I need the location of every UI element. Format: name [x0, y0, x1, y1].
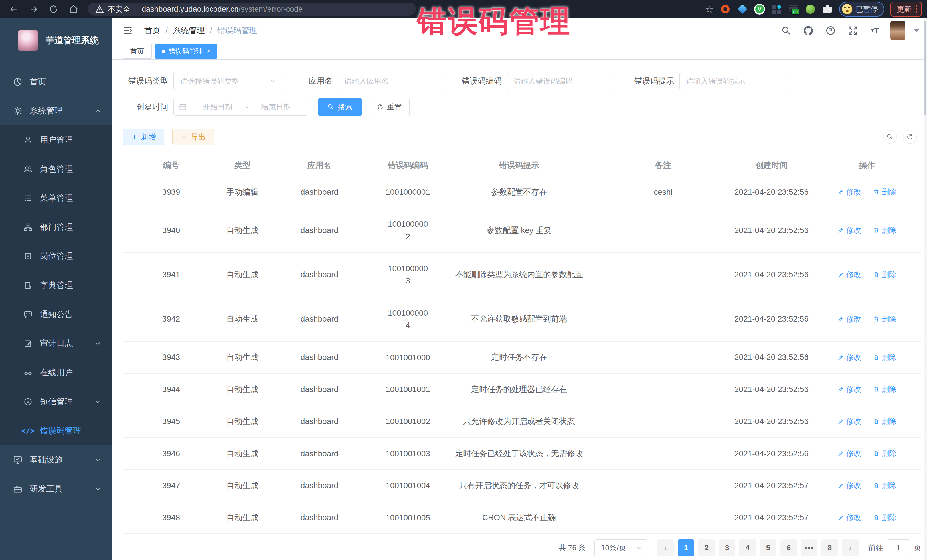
font-size-icon[interactable]: тT — [868, 24, 882, 37]
back-icon[interactable] — [8, 3, 20, 15]
page-button-4[interactable]: 4 — [739, 539, 756, 556]
sidebar-item-online-users[interactable]: 在线用户 — [0, 358, 112, 387]
forward-icon[interactable] — [27, 3, 40, 15]
delete-link[interactable]: 删除 — [873, 225, 897, 235]
delete-link[interactable]: 删除 — [873, 513, 897, 523]
sidebar-item-menus[interactable]: 菜单管理 — [0, 184, 112, 213]
filter-type-select[interactable] — [173, 72, 281, 90]
filter-app-input[interactable] — [338, 72, 442, 90]
breadcrumb-system[interactable]: 系统管理 — [173, 25, 205, 36]
page-button-1[interactable]: 1 — [678, 539, 694, 556]
delete-link[interactable]: 删除 — [873, 187, 897, 197]
sidebar-item-audit-log[interactable]: 审计日志 — [0, 329, 112, 358]
page-button-2[interactable]: 2 — [698, 539, 715, 556]
next-page-button[interactable]: › — [842, 539, 859, 556]
sidebar-item-error-codes[interactable]: </> 错误码管理 — [0, 416, 112, 445]
app-logo-row[interactable]: 芋道管理系统 — [0, 18, 112, 59]
sidebar-item-system[interactable]: 系统管理 — [0, 96, 112, 126]
tab-error-codes[interactable]: 错误码管理 × — [155, 44, 217, 59]
delete-link[interactable]: 删除 — [873, 480, 897, 490]
extension-icon-orange-ring[interactable] — [720, 4, 731, 15]
user-menu-caret-icon[interactable] — [914, 29, 919, 32]
system-submenu: 用户管理 角色管理 菜单管理 部门管理 — [0, 126, 112, 445]
sidebar-item-roles[interactable]: 角色管理 — [0, 155, 112, 184]
delete-link-label: 删除 — [881, 384, 897, 395]
scrollbar-thumb[interactable] — [924, 21, 926, 115]
cell-code: 1001001005 — [374, 502, 442, 533]
sidebar-item-departments[interactable]: 部门管理 — [0, 213, 112, 242]
search-button[interactable]: 搜索 — [318, 98, 362, 116]
sidebar-item-notices[interactable]: 通知公告 — [0, 300, 112, 329]
sidebar-item-dictionary[interactable]: 字典管理 — [0, 271, 112, 300]
cell-time: 2021-04-20 23:52:57 — [730, 470, 813, 502]
page-button-3[interactable]: 3 — [719, 539, 736, 556]
tab-home[interactable]: 首页 — [123, 44, 152, 59]
edit-link[interactable]: 修改 — [838, 314, 861, 324]
delete-link[interactable]: 删除 — [873, 270, 897, 280]
filter-msg-input[interactable] — [679, 72, 786, 90]
extension-icon-green-v[interactable]: V — [754, 4, 765, 15]
profile-paused-badge[interactable]: 已暂停 — [839, 2, 884, 17]
goto-page-input[interactable] — [887, 539, 910, 556]
sidebar-toggle-icon[interactable] — [123, 25, 133, 36]
delete-link[interactable]: 删除 — [873, 449, 897, 458]
page-size-select[interactable]: 10条/页 — [594, 539, 647, 556]
extension-icon-puzzle[interactable] — [822, 4, 833, 15]
bookmark-star-icon[interactable]: ☆ — [705, 4, 714, 14]
prev-page-button[interactable]: ‹ — [657, 539, 674, 556]
edit-link[interactable]: 修改 — [838, 449, 861, 458]
edit-link[interactable]: 修改 — [838, 384, 861, 395]
tab-close-icon[interactable]: × — [207, 48, 211, 55]
page-button-6[interactable]: 6 — [780, 539, 797, 556]
sidebar-item-posts[interactable]: 岗位管理 — [0, 242, 112, 271]
edit-link[interactable]: 修改 — [838, 416, 861, 426]
sidebar-item-dev-tools[interactable]: 研发工具 — [0, 475, 112, 504]
home-icon[interactable] — [67, 3, 80, 15]
page-scrollbar[interactable] — [924, 18, 927, 560]
user-avatar[interactable] — [891, 21, 905, 40]
breadcrumb-home[interactable]: 首页 — [144, 25, 160, 36]
export-button[interactable]: 导出 — [172, 129, 214, 145]
browser-menu-icon[interactable] — [916, 5, 917, 13]
edit-link[interactable]: 修改 — [838, 270, 861, 280]
browser-update-button[interactable]: 更新 — [891, 2, 922, 17]
page-ellipsis[interactable]: ••• — [801, 539, 818, 556]
edit-link[interactable]: 修改 — [838, 513, 861, 523]
edit-link[interactable]: 修改 — [838, 480, 861, 490]
address-bar[interactable]: 不安全 dashboard.yudao.iocoder.cn /system/e… — [88, 3, 416, 16]
delete-link[interactable]: 删除 — [873, 384, 897, 395]
security-label[interactable]: 不安全 — [108, 4, 130, 14]
fullscreen-icon[interactable] — [846, 24, 860, 37]
page-button-5[interactable]: 5 — [760, 539, 777, 556]
edit-link[interactable]: 修改 — [838, 352, 861, 363]
date-end-placeholder[interactable]: 结束日期 — [249, 102, 302, 112]
delete-link[interactable]: 删除 — [873, 314, 897, 324]
sidebar-item-infrastructure[interactable]: 基础设施 — [0, 445, 112, 475]
add-button[interactable]: 新增 — [123, 129, 164, 145]
date-start-placeholder[interactable]: 开始日期 — [191, 102, 244, 112]
reload-icon[interactable] — [47, 3, 60, 15]
cell-operations: 修改 删除 — [813, 253, 921, 297]
delete-link[interactable]: 删除 — [873, 352, 897, 363]
refresh-icon[interactable] — [903, 130, 917, 144]
sidebar-item-home[interactable]: 首页 — [0, 67, 112, 96]
sidebar-item-sms[interactable]: 短信管理 — [0, 387, 112, 416]
page-button-8[interactable]: 8 — [821, 539, 838, 556]
extension-icon-on-badge[interactable]: on — [789, 4, 799, 14]
extension-icon-blue-gem[interactable] — [737, 4, 748, 15]
github-icon[interactable] — [801, 24, 815, 37]
reset-button[interactable]: 重置 — [369, 98, 410, 116]
date-range-picker[interactable]: 开始日期 - 结束日期 — [173, 98, 307, 116]
edit-link[interactable]: 修改 — [838, 225, 861, 235]
sidebar-item-users[interactable]: 用户管理 — [0, 126, 112, 155]
edit-link[interactable]: 修改 — [838, 187, 861, 197]
security-warning-icon[interactable] — [95, 5, 104, 14]
toggle-search-icon[interactable] — [883, 130, 897, 144]
filter-code-input[interactable] — [507, 72, 614, 90]
extension-icon-green-creature[interactable] — [805, 4, 816, 15]
header-search-icon[interactable] — [779, 24, 793, 37]
extension-icon-grid[interactable] — [771, 4, 782, 15]
delete-link-label: 删除 — [881, 314, 897, 324]
delete-link[interactable]: 删除 — [873, 416, 897, 426]
help-icon[interactable] — [824, 24, 837, 37]
